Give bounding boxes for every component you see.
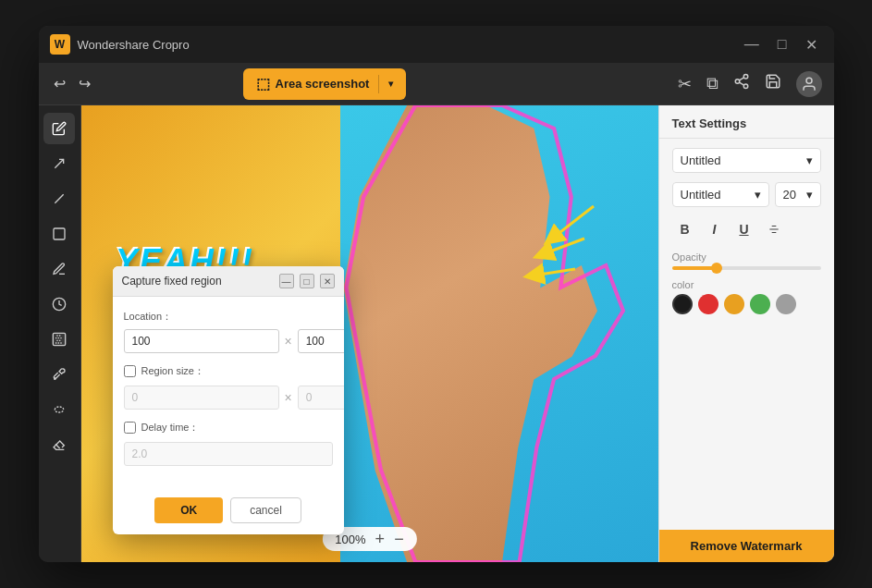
color-label: color [672, 279, 821, 290]
app-window: W Wondershare Cropro — □ ✕ ↩ ↪ ⬚ Area sc… [39, 26, 834, 562]
font-name-label: Untitled [681, 153, 721, 167]
format-buttons-row: B I U [672, 216, 821, 242]
timer-tool-button[interactable] [43, 288, 75, 320]
italic-button[interactable]: I [702, 216, 728, 242]
right-panel: Text Settings Untitled ▾ Untitled ▾ 20 ▾ [658, 105, 834, 562]
strikethrough-button[interactable] [761, 216, 787, 242]
dropdown-divider [378, 75, 379, 93]
color-section: color [672, 279, 821, 314]
font-style-row: Untitled ▾ 20 ▾ [672, 182, 821, 207]
area-screenshot-button[interactable]: ⬚ Area screenshot ▾ [243, 68, 407, 100]
bold-button[interactable]: B [672, 216, 698, 242]
region-size-inputs: × [124, 386, 333, 410]
capture-dialog-overlay: Capture fixed region — □ ✕ Location： × [113, 266, 344, 534]
svg-line-7 [55, 194, 63, 202]
svg-point-11 [55, 378, 55, 379]
undo-redo-group: ↩ ↪ [50, 71, 94, 96]
font-style-dropdown[interactable]: Untitled ▾ [672, 182, 769, 207]
svg-rect-8 [54, 228, 65, 239]
close-button[interactable]: ✕ [800, 34, 823, 55]
dialog-title-controls: — □ ✕ [279, 274, 335, 288]
font-style-label: Untitled [681, 188, 721, 202]
font-style-chevron: ▾ [755, 188, 761, 202]
color-swatch-green[interactable] [750, 294, 770, 314]
screenshot-btn-label: Area screenshot [276, 77, 370, 91]
dialog-cancel-button[interactable]: cancel [230, 497, 301, 523]
title-bar: W Wondershare Cropro — □ ✕ [39, 26, 834, 63]
toolbar-action-group: ✂ ⧉ [678, 71, 822, 97]
mask-tool-button[interactable] [43, 324, 75, 355]
region-size-sep: × [285, 390, 292, 405]
main-toolbar: ↩ ↪ ⬚ Area screenshot ▾ ✂ ⧉ [39, 63, 834, 105]
location-sep: × [285, 334, 292, 349]
edit-tool-button[interactable] [43, 113, 75, 144]
region-size-row: Region size： [124, 364, 333, 378]
region-size-y-input[interactable] [298, 386, 344, 410]
delay-time-input[interactable] [124, 442, 333, 466]
save-button[interactable] [765, 73, 781, 94]
delay-time-row: Delay time： [124, 421, 333, 435]
right-panel-title: Text Settings [659, 105, 834, 139]
opacity-section: Opacity [672, 251, 821, 270]
svg-line-3 [740, 82, 744, 85]
color-swatches-row [672, 294, 821, 314]
maximize-button[interactable]: □ [772, 34, 792, 55]
opacity-slider-thumb [711, 263, 722, 274]
dialog-minimize-button[interactable]: — [279, 274, 294, 288]
brush-tool-button[interactable] [43, 359, 75, 390]
shape-tool-button[interactable] [43, 218, 75, 250]
share-button[interactable] [733, 73, 750, 94]
eraser-tool-button[interactable] [43, 429, 75, 460]
location-label: Location： [124, 310, 333, 324]
account-avatar[interactable] [796, 71, 822, 97]
dialog-footer: OK cancel [113, 490, 344, 534]
left-toolbar [39, 105, 81, 562]
capture-dialog: Capture fixed region — □ ✕ Location： × [113, 266, 344, 534]
opacity-slider[interactable] [672, 266, 821, 270]
zoom-out-button[interactable]: − [394, 531, 404, 547]
dialog-ok-button[interactable]: OK [154, 497, 223, 523]
svg-point-1 [736, 80, 741, 84]
pen-tool-button[interactable] [43, 253, 75, 285]
app-title: Wondershare Cropro [78, 38, 739, 52]
color-swatch-gray[interactable] [776, 294, 796, 314]
color-swatch-black[interactable] [672, 294, 693, 314]
font-size-label: 20 [783, 188, 796, 202]
screenshot-icon: ⬚ [256, 75, 270, 92]
dialog-body: Location： × Region size： × [113, 297, 344, 490]
remove-watermark-button[interactable]: Remove Watermark [659, 530, 834, 562]
cut-button[interactable]: ✂ [678, 74, 692, 94]
redo-button[interactable]: ↪ [75, 71, 94, 96]
region-size-x-input[interactable] [124, 386, 279, 410]
right-panel-body: Untitled ▾ Untitled ▾ 20 ▾ B [659, 139, 834, 530]
underline-button[interactable]: U [731, 216, 757, 242]
svg-point-2 [744, 84, 749, 89]
dialog-close-button[interactable]: ✕ [320, 274, 335, 288]
arrow-tool-button[interactable] [43, 148, 75, 179]
minimize-button[interactable]: — [739, 34, 765, 55]
dialog-title: Capture fixed region [122, 275, 279, 288]
font-size-chevron: ▾ [806, 188, 813, 202]
location-row: × [124, 329, 333, 353]
svg-line-4 [740, 78, 744, 80]
dialog-maximize-button[interactable]: □ [300, 274, 314, 288]
color-swatch-orange[interactable] [724, 294, 744, 314]
line-tool-button[interactable] [43, 183, 75, 214]
app-logo: W [50, 34, 70, 55]
font-name-dropdown[interactable]: Untitled ▾ [672, 148, 821, 173]
opacity-label: Opacity [672, 251, 821, 263]
font-size-dropdown[interactable]: 20 ▾ [775, 182, 821, 207]
copy-button[interactable]: ⧉ [706, 74, 718, 93]
location-y-input[interactable] [298, 329, 344, 353]
region-size-checkbox[interactable] [124, 365, 136, 377]
undo-button[interactable]: ↩ [50, 71, 69, 96]
dialog-titlebar: Capture fixed region — □ ✕ [113, 266, 344, 297]
zoom-in-button[interactable]: + [375, 531, 386, 547]
svg-point-5 [806, 78, 812, 83]
lasso-tool-button[interactable] [43, 394, 75, 425]
location-x-input[interactable] [124, 329, 279, 353]
delay-time-checkbox[interactable] [124, 422, 136, 434]
title-controls: — □ ✕ [739, 34, 823, 55]
chevron-down-icon: ▾ [388, 79, 393, 89]
color-swatch-red[interactable] [698, 294, 718, 314]
